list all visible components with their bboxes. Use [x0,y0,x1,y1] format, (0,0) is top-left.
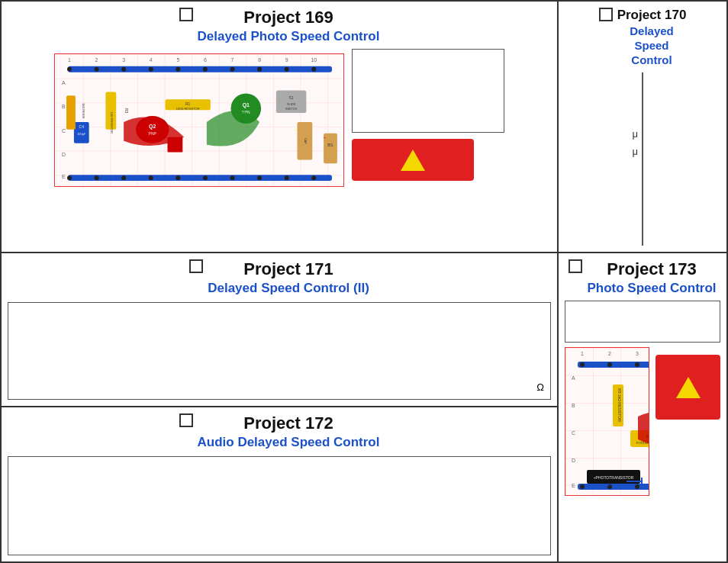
svg-text:B: B [62,104,66,109]
svg-text:E: E [62,174,66,179]
svg-text:100μF: 100μF [77,132,86,136]
p169-warning-triangle [401,150,425,171]
svg-text:CAP: CAP [304,138,308,144]
bottom-left-panel: Project 171 Delayed Speed Control (II) Ω… [2,253,559,561]
svg-point-33 [176,175,180,180]
svg-text:9: 9 [285,57,288,63]
p170-title-block: Project 170 Delayed Speed Control [617,8,687,66]
svg-text:4: 4 [150,57,153,63]
p172-title-block: Project 172 Audio Delayed Speed Control [198,413,380,450]
svg-text:RESISTOR: RESISTOR [110,118,114,134]
p169-circuit-svg: 1 2 3 4 5 6 7 8 9 10 A B C D E [55,54,343,186]
svg-text:B1: B1 [327,143,333,147]
p169-title-block: Project 169 Delayed Photo Speed Control [198,8,380,44]
svg-text:1: 1 [68,57,71,63]
p170-line2: Speed [634,39,668,52]
p173-title-row: Project 173 Photo Speed Control [565,259,720,296]
svg-point-23 [176,67,180,72]
svg-text:A: A [62,80,66,85]
p172-number: Project 172 [243,413,333,433]
svg-point-90 [635,362,639,367]
p169-content: 1 2 3 4 5 6 7 8 9 10 A B C D E [8,49,551,187]
svg-text:SWITCH: SWITCH [285,107,298,111]
svg-point-35 [230,175,235,180]
p169-warning-box [352,139,474,181]
svg-point-34 [203,175,208,180]
p170-line3: Control [631,53,672,66]
svg-text:A: A [572,375,575,381]
project-169-panel: Project 169 Delayed Photo Speed Control [2,2,559,253]
p170-checkbox[interactable] [599,8,613,21]
svg-text:S1: S1 [289,96,294,100]
svg-text:B: B [572,403,575,408]
p172-checkbox[interactable] [179,413,193,427]
p169-title-row: Project 169 Delayed Photo Speed Control [8,8,551,44]
svg-text:D: D [572,458,575,463]
svg-text:1kΩ RESIS: 1kΩ RESIS [82,103,85,118]
p172-title-row: Project 172 Audio Delayed Speed Control [8,413,551,450]
svg-rect-60 [167,137,182,153]
p173-number: Project 173 [607,259,696,279]
svg-point-19 [67,67,72,72]
svg-text:3: 3 [636,351,639,356]
svg-point-36 [257,175,262,180]
svg-text:R3: R3 [124,108,128,114]
svg-rect-1 [56,54,343,186]
p171-title-row: Project 171 Delayed Speed Control (II) [8,259,551,296]
p173-blank-box [565,301,720,343]
svg-point-88 [580,362,585,367]
p169-checkbox[interactable] [179,8,193,21]
svg-text:2: 2 [95,57,98,63]
svg-text:Q2: Q2 [149,124,156,130]
svg-text:1: 1 [581,351,584,356]
p170-mu1: μ [633,125,639,143]
svg-point-29 [67,175,72,180]
p172-blank-box [8,456,551,555]
svg-point-38 [311,175,316,180]
p171-checkbox[interactable] [189,259,203,273]
svg-point-21 [121,67,126,72]
project-172-panel: Project 172 Audio Delayed Speed Control [2,407,557,561]
svg-text:10: 10 [311,57,317,63]
project-170-panel: Project 170 Delayed Speed Control μ μ [559,2,726,253]
p173-warning-triangle [676,377,701,398]
svg-point-37 [285,175,289,180]
p173-content: 1 2 3 4 5 6 7 8 9 10 A B C D E [565,347,720,496]
p173-warning-box [656,355,720,420]
p173-title-block: Project 173 Photo Speed Control [587,259,716,296]
svg-text:1kΩ: 1kΩ [110,112,114,117]
p170-mu2: μ [633,143,639,160]
svg-point-26 [257,67,262,72]
svg-point-25 [230,67,235,72]
svg-text:R3 1kΩ RESISTOR: R3 1kΩ RESISTOR [617,388,622,422]
svg-point-24 [203,67,208,72]
p173-circuit-board: 1 2 3 4 5 6 7 8 9 10 A B C D E [565,347,649,496]
main-grid: Project 169 Delayed Photo Speed Control [0,0,728,563]
svg-text:Q1: Q1 [243,102,250,108]
svg-point-100 [635,484,639,489]
svg-point-98 [580,484,585,489]
svg-text:+: + [324,135,327,140]
svg-point-32 [149,175,153,180]
p171-number: Project 171 [243,259,333,279]
svg-text:8: 8 [258,57,261,63]
p170-number: Project 170 [617,8,687,23]
svg-text:C: C [572,430,575,436]
svg-text:3: 3 [122,57,125,63]
svg-point-89 [607,362,612,367]
p170-mu-labels: μ μ [633,125,639,161]
svg-text:100Ω  RESISTOR: 100Ω RESISTOR [176,107,200,111]
svg-text:2: 2 [608,351,611,356]
svg-point-31 [121,175,126,180]
p172-title: Audio Delayed Speed Control [198,435,380,450]
svg-text:E: E [572,483,575,488]
svg-text:PNP: PNP [149,132,157,136]
svg-text:R1: R1 [185,102,191,106]
svg-text:C4: C4 [79,125,85,129]
svg-text:5: 5 [176,57,179,63]
p173-checkbox[interactable] [569,259,582,273]
svg-point-30 [95,175,99,180]
svg-text:C: C [62,128,66,134]
p169-blank-box [352,49,504,133]
svg-text:7: 7 [231,57,234,63]
